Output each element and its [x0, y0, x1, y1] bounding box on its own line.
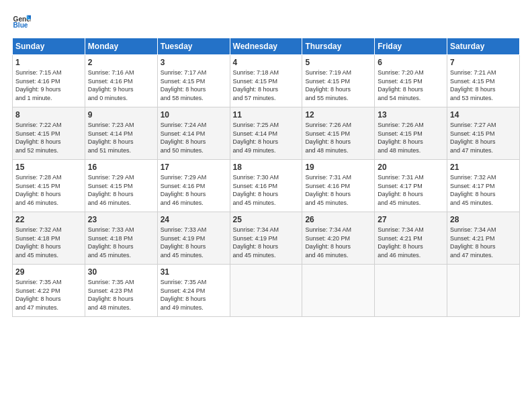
calendar-day-cell: 12Sunrise: 7:26 AM Sunset: 4:15 PM Dayli… [302, 107, 375, 160]
calendar-day-cell: 26Sunrise: 7:34 AM Sunset: 4:20 PM Dayli… [302, 212, 375, 265]
day-info: Sunrise: 7:34 AM Sunset: 4:20 PM Dayligh… [305, 226, 371, 259]
calendar-day-cell: 21Sunrise: 7:32 AM Sunset: 4:17 PM Dayli… [447, 160, 520, 212]
calendar-day-cell: 18Sunrise: 7:30 AM Sunset: 4:16 PM Dayli… [230, 160, 302, 212]
day-info: Sunrise: 7:18 AM Sunset: 4:15 PM Dayligh… [233, 68, 300, 102]
day-info: Sunrise: 7:34 AM Sunset: 4:19 PM Dayligh… [233, 226, 300, 259]
day-info: Sunrise: 7:29 AM Sunset: 4:15 PM Dayligh… [88, 173, 154, 207]
day-number: 15 [15, 163, 82, 172]
day-info: Sunrise: 7:28 AM Sunset: 4:15 PM Dayligh… [15, 173, 82, 207]
day-info: Sunrise: 7:27 AM Sunset: 4:15 PM Dayligh… [450, 121, 517, 154]
day-info: Sunrise: 7:17 AM Sunset: 4:15 PM Dayligh… [161, 68, 227, 102]
calendar-day-cell: 20Sunrise: 7:31 AM Sunset: 4:17 PM Dayli… [375, 160, 447, 212]
calendar-day-cell [230, 265, 302, 317]
calendar-day-cell: 22Sunrise: 7:32 AM Sunset: 4:18 PM Dayli… [13, 212, 85, 265]
calendar-day-cell: 3Sunrise: 7:17 AM Sunset: 4:15 PM Daylig… [157, 55, 230, 107]
calendar-day-cell: 15Sunrise: 7:28 AM Sunset: 4:15 PM Dayli… [13, 160, 85, 212]
day-number: 9 [88, 110, 154, 120]
day-number: 21 [450, 163, 517, 172]
day-info: Sunrise: 7:33 AM Sunset: 4:19 PM Dayligh… [161, 226, 227, 259]
day-info: Sunrise: 7:34 AM Sunset: 4:21 PM Dayligh… [450, 226, 517, 259]
day-info: Sunrise: 7:30 AM Sunset: 4:16 PM Dayligh… [233, 173, 300, 207]
day-number: 30 [88, 267, 154, 277]
calendar-day-cell: 30Sunrise: 7:35 AM Sunset: 4:23 PM Dayli… [85, 265, 157, 317]
calendar-day-cell: 6Sunrise: 7:20 AM Sunset: 4:15 PM Daylig… [375, 55, 447, 107]
calendar-week-row: 8Sunrise: 7:22 AM Sunset: 4:15 PM Daylig… [13, 107, 520, 160]
day-info: Sunrise: 7:33 AM Sunset: 4:18 PM Dayligh… [88, 226, 154, 259]
calendar-day-cell: 19Sunrise: 7:31 AM Sunset: 4:16 PM Dayli… [302, 160, 375, 212]
logo-icon: General Blue [12, 12, 31, 31]
day-info: Sunrise: 7:20 AM Sunset: 4:15 PM Dayligh… [378, 68, 444, 102]
day-info: Sunrise: 7:32 AM Sunset: 4:18 PM Dayligh… [15, 226, 82, 259]
calendar-day-cell: 4Sunrise: 7:18 AM Sunset: 4:15 PM Daylig… [230, 55, 302, 107]
day-number: 10 [161, 110, 227, 120]
calendar-body: 1Sunrise: 7:15 AM Sunset: 4:16 PM Daylig… [13, 55, 520, 317]
calendar-week-row: 15Sunrise: 7:28 AM Sunset: 4:15 PM Dayli… [13, 160, 520, 212]
calendar-day-cell: 10Sunrise: 7:24 AM Sunset: 4:14 PM Dayli… [157, 107, 230, 160]
calendar-day-cell: 25Sunrise: 7:34 AM Sunset: 4:19 PM Dayli… [230, 212, 302, 265]
day-number: 23 [88, 215, 154, 224]
day-number: 24 [161, 215, 227, 224]
calendar-day-cell [302, 265, 375, 317]
day-info: Sunrise: 7:26 AM Sunset: 4:15 PM Dayligh… [378, 121, 444, 154]
day-number: 28 [450, 215, 517, 224]
day-info: Sunrise: 7:29 AM Sunset: 4:16 PM Dayligh… [161, 173, 227, 207]
day-number: 20 [378, 163, 444, 172]
day-info: Sunrise: 7:21 AM Sunset: 4:15 PM Dayligh… [450, 68, 517, 102]
day-info: Sunrise: 7:32 AM Sunset: 4:17 PM Dayligh… [450, 173, 517, 207]
logo: General Blue [12, 12, 31, 31]
calendar-day-cell: 13Sunrise: 7:26 AM Sunset: 4:15 PM Dayli… [375, 107, 447, 160]
calendar-day-cell: 23Sunrise: 7:33 AM Sunset: 4:18 PM Dayli… [85, 212, 157, 265]
day-number: 17 [161, 163, 227, 172]
day-number: 22 [15, 215, 82, 224]
day-number: 13 [378, 110, 444, 120]
calendar-day-cell: 28Sunrise: 7:34 AM Sunset: 4:21 PM Dayli… [447, 212, 520, 265]
calendar-day-cell: 27Sunrise: 7:34 AM Sunset: 4:21 PM Dayli… [375, 212, 447, 265]
day-info: Sunrise: 7:25 AM Sunset: 4:14 PM Dayligh… [233, 121, 300, 154]
day-number: 1 [15, 58, 82, 67]
weekday-header-cell: Monday [85, 38, 157, 55]
day-number: 2 [88, 58, 154, 67]
calendar-day-cell: 24Sunrise: 7:33 AM Sunset: 4:19 PM Dayli… [157, 212, 230, 265]
calendar-day-cell: 11Sunrise: 7:25 AM Sunset: 4:14 PM Dayli… [230, 107, 302, 160]
calendar-day-cell: 7Sunrise: 7:21 AM Sunset: 4:15 PM Daylig… [447, 55, 520, 107]
day-number: 19 [305, 163, 371, 172]
day-number: 25 [233, 215, 300, 224]
weekday-header-cell: Sunday [13, 38, 85, 55]
weekday-header-cell: Wednesday [230, 38, 302, 55]
day-number: 16 [88, 163, 154, 172]
weekday-header-cell: Thursday [302, 38, 375, 55]
day-info: Sunrise: 7:22 AM Sunset: 4:15 PM Dayligh… [15, 121, 82, 154]
calendar-day-cell: 2Sunrise: 7:16 AM Sunset: 4:16 PM Daylig… [85, 55, 157, 107]
calendar-day-cell: 1Sunrise: 7:15 AM Sunset: 4:16 PM Daylig… [13, 55, 85, 107]
weekday-header-row: SundayMondayTuesdayWednesdayThursdayFrid… [13, 38, 520, 55]
calendar-week-row: 1Sunrise: 7:15 AM Sunset: 4:16 PM Daylig… [13, 55, 520, 107]
day-number: 12 [305, 110, 371, 120]
day-number: 6 [378, 58, 444, 67]
calendar-page: General Blue SundayMondayTuesdayWednesda… [0, 0, 532, 411]
day-info: Sunrise: 7:24 AM Sunset: 4:14 PM Dayligh… [161, 121, 227, 154]
calendar-day-cell: 9Sunrise: 7:23 AM Sunset: 4:14 PM Daylig… [85, 107, 157, 160]
calendar-day-cell: 14Sunrise: 7:27 AM Sunset: 4:15 PM Dayli… [447, 107, 520, 160]
calendar-day-cell [375, 265, 447, 317]
calendar-day-cell [447, 265, 520, 317]
day-number: 27 [378, 215, 444, 224]
page-header: General Blue [12, 12, 520, 31]
calendar-day-cell: 29Sunrise: 7:35 AM Sunset: 4:22 PM Dayli… [13, 265, 85, 317]
day-info: Sunrise: 7:19 AM Sunset: 4:15 PM Dayligh… [305, 68, 371, 102]
day-info: Sunrise: 7:35 AM Sunset: 4:23 PM Dayligh… [88, 278, 154, 312]
day-number: 18 [233, 163, 300, 172]
day-number: 14 [450, 110, 517, 120]
day-info: Sunrise: 7:26 AM Sunset: 4:15 PM Dayligh… [305, 121, 371, 154]
day-number: 8 [15, 110, 82, 120]
day-info: Sunrise: 7:15 AM Sunset: 4:16 PM Dayligh… [15, 68, 82, 102]
day-info: Sunrise: 7:23 AM Sunset: 4:14 PM Dayligh… [88, 121, 154, 154]
calendar-day-cell: 17Sunrise: 7:29 AM Sunset: 4:16 PM Dayli… [157, 160, 230, 212]
day-number: 26 [305, 215, 371, 224]
day-info: Sunrise: 7:16 AM Sunset: 4:16 PM Dayligh… [88, 68, 154, 102]
day-number: 4 [233, 58, 300, 67]
day-number: 3 [161, 58, 227, 67]
calendar-week-row: 29Sunrise: 7:35 AM Sunset: 4:22 PM Dayli… [13, 265, 520, 317]
weekday-header-cell: Saturday [447, 38, 520, 55]
day-info: Sunrise: 7:35 AM Sunset: 4:22 PM Dayligh… [15, 278, 82, 312]
day-info: Sunrise: 7:34 AM Sunset: 4:21 PM Dayligh… [378, 226, 444, 259]
